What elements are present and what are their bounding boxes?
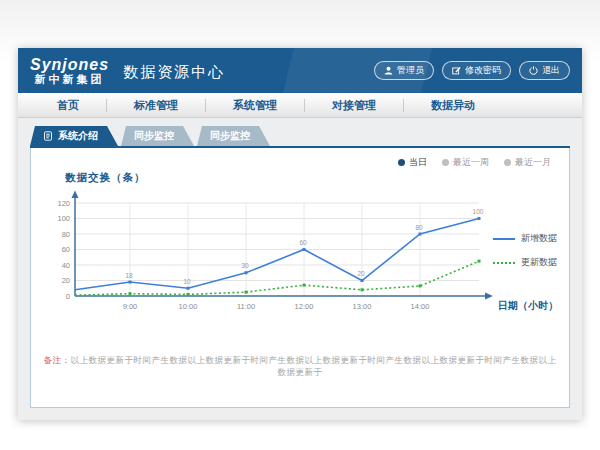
app-window: Synjones 新中新集团 数据资源中心 管理员 修改密码 退出 首页 标准管… (18, 48, 582, 420)
svg-text:80: 80 (62, 230, 70, 239)
svg-text:60: 60 (62, 245, 70, 254)
tab-sync-monitor-1[interactable]: 同步监控 (121, 126, 194, 146)
radio-dot-icon (504, 159, 511, 166)
footnote-prefix: 备注： (44, 355, 71, 365)
logo-company-name: 新中新集团 (30, 73, 109, 85)
tab-system-intro[interactable]: 系统介绍 (30, 126, 118, 146)
svg-text:20: 20 (357, 270, 365, 277)
radio-last-month[interactable]: 最近一月 (504, 156, 551, 169)
svg-text:11:00: 11:00 (237, 302, 255, 311)
svg-text:13:00: 13:00 (353, 302, 372, 311)
logo-wordmark: Synjones (30, 56, 109, 74)
solid-line-icon (493, 238, 515, 240)
legend-label: 更新数据 (521, 256, 557, 269)
legend-label: 新增数据 (521, 232, 557, 245)
svg-text:9:00: 9:00 (123, 302, 138, 311)
y-axis-title: 数据交换（条） (65, 171, 146, 185)
tab-label: 同步监控 (210, 129, 250, 143)
radio-label: 最近一周 (453, 156, 489, 169)
tab-label: 系统介绍 (58, 129, 98, 143)
line-chart: 0204060801001209:0010:0011:0012:0013:001… (45, 190, 500, 314)
svg-text:80: 80 (415, 224, 423, 231)
x-axis-title: 日期（小时） (498, 299, 558, 313)
change-password-label: 修改密码 (465, 64, 501, 77)
radio-last-week[interactable]: 最近一周 (442, 156, 489, 169)
radio-dot-icon (442, 159, 449, 166)
nav-item-standard-mgmt[interactable]: 标准管理 (107, 99, 206, 112)
svg-text:10: 10 (183, 278, 191, 285)
svg-text:60: 60 (299, 239, 307, 246)
svg-text:10:00: 10:00 (179, 302, 198, 311)
footnote-text: 以上数据更新于时间产生数据以上数据更新于时间产生数据以上数据更新于时间产生数据以… (71, 355, 557, 377)
tab-sync-monitor-2[interactable]: 同步监控 (197, 126, 270, 146)
logout-button[interactable]: 退出 (519, 61, 570, 80)
radio-label: 当日 (409, 156, 427, 169)
svg-text:120: 120 (57, 199, 70, 208)
nav-item-interface-mgmt[interactable]: 对接管理 (305, 99, 404, 112)
logout-label: 退出 (542, 64, 560, 77)
nav-item-data-change[interactable]: 数据异动 (404, 99, 502, 112)
power-icon (529, 66, 538, 75)
edit-icon (452, 66, 461, 75)
svg-text:100: 100 (57, 214, 70, 223)
document-icon (43, 131, 53, 141)
svg-text:30: 30 (241, 262, 249, 269)
change-password-button[interactable]: 修改密码 (442, 61, 511, 80)
user-button[interactable]: 管理员 (374, 61, 434, 80)
user-icon (384, 66, 393, 75)
radio-dot-icon (398, 159, 405, 166)
svg-text:14:00: 14:00 (411, 302, 430, 311)
footnote: 备注：以上数据更新于时间产生数据以上数据更新于时间产生数据以上数据更新于时间产生… (41, 355, 559, 379)
logo: Synjones 新中新集团 (30, 56, 109, 86)
svg-text:18: 18 (125, 272, 133, 279)
header-actions: 管理员 修改密码 退出 (374, 61, 570, 80)
legend-item-new-data: 新增数据 (493, 232, 557, 245)
radio-today[interactable]: 当日 (398, 156, 427, 169)
nav-item-system-mgmt[interactable]: 系统管理 (206, 99, 305, 112)
dotted-line-icon (493, 262, 515, 264)
svg-text:40: 40 (62, 261, 70, 270)
content-area: 系统介绍 同步监控 同步监控 当日 最近一周 (18, 118, 582, 420)
user-button-label: 管理员 (397, 64, 424, 77)
svg-text:0: 0 (66, 292, 70, 301)
tab-bar: 系统介绍 同步监控 同步监控 (30, 126, 570, 148)
page-title: 数据资源中心 (123, 59, 225, 82)
app-header: Synjones 新中新集团 数据资源中心 管理员 修改密码 退出 (18, 48, 582, 93)
main-nav: 首页 标准管理 系统管理 对接管理 数据异动 (18, 93, 582, 118)
svg-text:12:00: 12:00 (295, 302, 314, 311)
chart-panel: 当日 最近一周 最近一月 数据交换（条） 0204060801001209:00… (30, 148, 570, 408)
time-range-filter: 当日 最近一周 最近一月 (398, 156, 551, 169)
radio-label: 最近一月 (515, 156, 551, 169)
chart-legend: 新增数据 更新数据 (493, 232, 557, 280)
svg-text:20: 20 (62, 276, 70, 285)
legend-item-updated-data: 更新数据 (493, 256, 557, 269)
tab-label: 同步监控 (134, 129, 174, 143)
nav-item-home[interactable]: 首页 (30, 99, 107, 112)
svg-text:100: 100 (473, 208, 484, 215)
